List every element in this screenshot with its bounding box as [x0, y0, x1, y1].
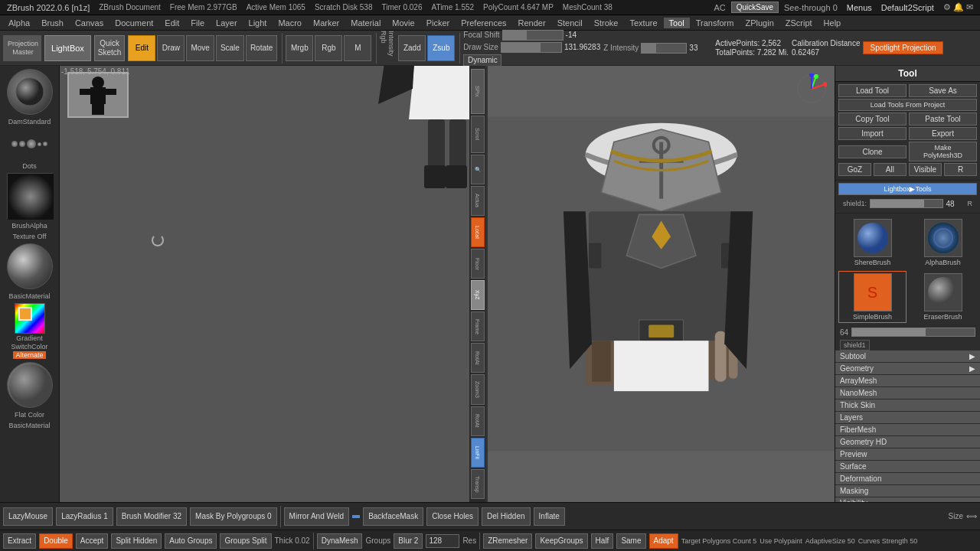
backface-mask-button[interactable]: BackfaceMask — [363, 507, 423, 526]
lightbox-button[interactable]: LightBox — [44, 35, 91, 61]
see-through[interactable]: See-through 0 — [780, 2, 841, 13]
quick-sketch-button[interactable]: Quick Sketch — [94, 35, 126, 61]
menu-layer[interactable]: Layer — [211, 18, 243, 28]
menu-alpha[interactable]: Alpha — [3, 18, 35, 28]
side-zoom-btn[interactable]: 🔍 — [471, 155, 485, 184]
geometry-header[interactable]: Geometry ▶ — [835, 363, 980, 374]
import-button[interactable]: Import — [838, 127, 906, 140]
mrgb-button[interactable]: Mrgb — [286, 35, 313, 61]
brush-modifier-button[interactable]: Brush Modifier 32 — [116, 507, 187, 526]
load-tool-button[interactable]: Load Tool — [838, 84, 906, 97]
layers-header[interactable]: Layers — [835, 412, 980, 423]
close-holes-button[interactable]: Close Holes — [426, 507, 479, 526]
simple-brush-item[interactable]: S SimpleBrush — [838, 271, 906, 323]
edit-button[interactable]: Edit — [128, 35, 155, 61]
color-picker[interactable] — [15, 303, 45, 334]
adapt-button[interactable]: Adapt — [649, 533, 678, 549]
visible-button[interactable]: Visible — [909, 163, 942, 176]
surface-header[interactable]: Surface — [835, 461, 980, 472]
side-floor-btn[interactable]: Floor — [471, 249, 485, 279]
lightbox-tools-button[interactable]: Lightbox▶Tools — [838, 183, 977, 195]
focal-shift-track[interactable] — [502, 30, 564, 41]
deformation-header[interactable]: Deformation — [835, 473, 980, 484]
alternate-label[interactable]: Alternate — [13, 351, 45, 359]
material-ball[interactable] — [7, 243, 53, 289]
mask-polygroups-button[interactable]: Mask By Polygroups 0 — [190, 507, 277, 526]
paste-tool-button[interactable]: Paste Tool — [909, 112, 977, 126]
side-rotate-btn[interactable]: RotAt — [471, 343, 485, 373]
default2script[interactable]: Default2Script — [877, 2, 938, 13]
menu-transform[interactable]: Transform — [691, 18, 740, 28]
menu-texture[interactable]: Texture — [624, 18, 662, 28]
make-polymesh-button[interactable]: Make PolyMesh3D — [909, 142, 977, 161]
menu-macro[interactable]: Macro — [273, 18, 307, 28]
clone-button[interactable]: Clone — [838, 145, 906, 158]
thickskin-header[interactable]: Thick Skin — [835, 399, 980, 411]
lazy-mouse-button[interactable]: LazyMouse — [3, 507, 53, 526]
quicksave-button[interactable]: QuickSave — [731, 2, 779, 13]
zremesher-button[interactable]: ZRemesher — [483, 533, 532, 549]
side-scroll-btn[interactable]: Scrol — [471, 116, 485, 153]
subtool-header[interactable]: Subtool ▶ — [835, 350, 980, 362]
auto-groups-bot-button[interactable]: Auto Groups — [165, 533, 217, 549]
copy-tool-button[interactable]: Copy Tool — [838, 112, 906, 126]
sphere-brush-item[interactable]: ShereBrush — [838, 217, 906, 269]
double-button[interactable]: Double — [39, 533, 73, 549]
blur-button[interactable]: Blur 2 — [394, 533, 423, 549]
viewport[interactable]: -1.518, 5.754, 0.811 — [60, 66, 835, 502]
export-button[interactable]: Export — [909, 127, 977, 140]
menu-edit[interactable]: Edit — [159, 18, 185, 28]
dyna-mesh-button[interactable]: DynaMesh — [317, 533, 363, 549]
menu-marker[interactable]: Marker — [308, 18, 345, 28]
switch-color-label[interactable]: SwitchColor — [11, 343, 47, 350]
visibility-header[interactable]: Visibility — [835, 497, 980, 502]
mirror-weld-button[interactable]: Mirror And Weld — [284, 507, 350, 526]
menu-tool[interactable]: Tool — [664, 18, 690, 28]
menu-stroke[interactable]: Stroke — [589, 18, 624, 28]
goz-button[interactable]: GoZ — [838, 163, 871, 176]
draw-button[interactable]: Draw — [157, 35, 185, 61]
inflate-button[interactable]: Inflate — [534, 507, 565, 526]
brush-alpha-preview[interactable] — [7, 173, 53, 219]
side-rotat-btn[interactable]: RotAt — [471, 406, 485, 436]
shield-slider-track[interactable] — [870, 199, 942, 208]
side-zoom3d-btn[interactable]: Zoom3 — [471, 374, 485, 404]
arraymesh-header[interactable]: ArrayMesh — [835, 375, 980, 386]
same-button[interactable]: Same — [616, 533, 645, 549]
zsub-button[interactable]: Zsub — [427, 35, 455, 61]
menu-brush[interactable]: Brush — [36, 18, 69, 28]
zadd-button[interactable]: Zadd — [398, 35, 426, 61]
groups-split-button[interactable]: Groups Split — [220, 533, 271, 549]
menu-picker[interactable]: Picker — [421, 18, 456, 28]
masking-header[interactable]: Masking — [835, 485, 980, 497]
accept-button[interactable]: Accept — [76, 533, 109, 549]
side-local-btn[interactable]: Local — [471, 217, 485, 247]
all-button[interactable]: All — [874, 163, 906, 176]
z-int-track[interactable] — [641, 43, 687, 54]
m-button[interactable]: M — [344, 35, 371, 61]
menu-material[interactable]: Material — [345, 18, 386, 28]
geometryhd-header[interactable]: Geometry HD — [835, 436, 980, 448]
menu-stencil[interactable]: Stencil — [552, 18, 588, 28]
side-frame-btn[interactable]: Frame — [471, 311, 485, 341]
nanomesh-header[interactable]: NanoMesh — [835, 387, 980, 399]
projection-master[interactable]: Projection Master — [3, 35, 41, 61]
r-button[interactable]: R — [944, 163, 977, 176]
flat-color-ball[interactable] — [7, 362, 53, 408]
load-tools-from-project-button[interactable]: Load Tools From Project — [838, 99, 977, 111]
eraser-brush-item[interactable]: EraserBrush — [909, 271, 977, 323]
fibermesh-header[interactable]: FiberMesh — [835, 424, 980, 435]
scale-button[interactable]: Scale — [216, 35, 244, 61]
menu-movie[interactable]: Movie — [387, 18, 420, 28]
spotlight-button[interactable]: Spotlight Projection — [863, 41, 942, 54]
menu-file[interactable]: File — [185, 18, 210, 28]
resolution-input[interactable] — [426, 534, 459, 548]
rgb-button[interactable]: Rgb — [315, 35, 342, 61]
keep-groups-button[interactable]: KeepGroups — [535, 533, 587, 549]
dots-preview[interactable] — [7, 129, 53, 159]
rotate-button[interactable]: Rotate — [246, 35, 277, 61]
shield-val-bar[interactable] — [851, 328, 975, 337]
right-viewport[interactable] — [486, 66, 835, 502]
thumbnail-box[interactable] — [67, 72, 129, 118]
menus-label[interactable]: Menus — [843, 2, 876, 13]
